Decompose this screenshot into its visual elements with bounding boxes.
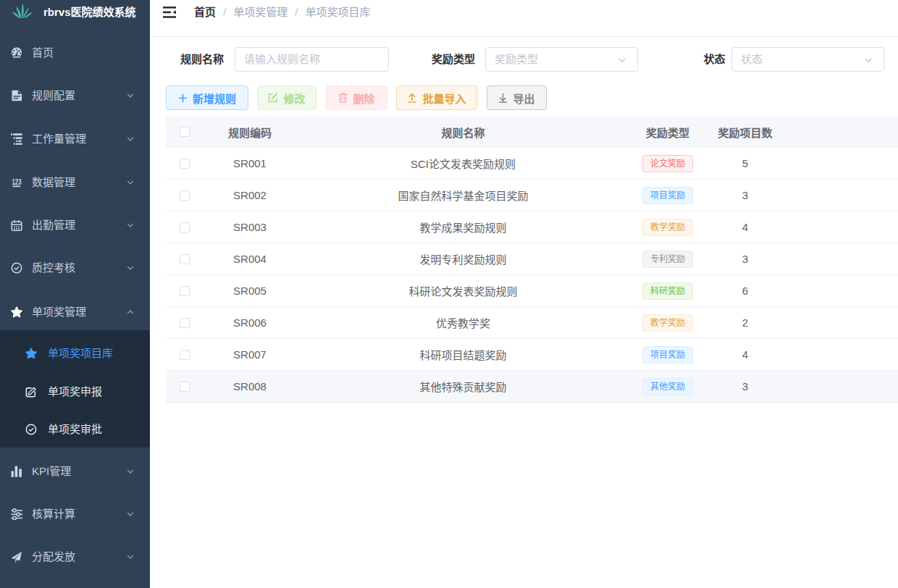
svg-text:123: 123	[12, 177, 22, 185]
